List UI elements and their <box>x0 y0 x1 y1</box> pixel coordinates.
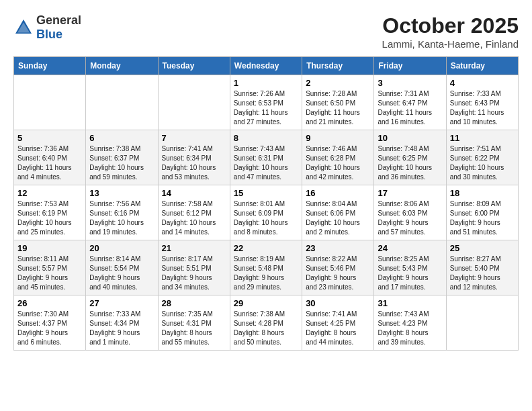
day-number: 13 <box>89 188 154 198</box>
day-info: Sunrise: 7:51 AM Sunset: 6:22 PM Dayligh… <box>450 144 515 182</box>
day-number: 15 <box>234 188 298 198</box>
day-info: Sunrise: 8:17 AM Sunset: 5:51 PM Dayligh… <box>162 255 226 292</box>
day-number: 12 <box>17 188 82 198</box>
day-info: Sunrise: 7:38 AM Sunset: 4:28 PM Dayligh… <box>234 310 298 347</box>
weekday-header-monday: Monday <box>86 57 158 75</box>
logo: General Blue <box>13 13 81 42</box>
day-number: 18 <box>450 188 515 198</box>
day-info: Sunrise: 7:53 AM Sunset: 6:19 PM Dayligh… <box>17 199 82 237</box>
calendar-cell: 12Sunrise: 7:53 AM Sunset: 6:19 PM Dayli… <box>14 185 86 240</box>
week-row-1: 1Sunrise: 7:26 AM Sunset: 6:53 PM Daylig… <box>14 75 519 130</box>
weekday-header-saturday: Saturday <box>446 57 518 75</box>
title-block: October 2025 Lammi, Kanta-Haeme, Finland <box>382 13 519 50</box>
calendar-cell: 16Sunrise: 8:04 AM Sunset: 6:06 PM Dayli… <box>302 185 374 240</box>
day-info: Sunrise: 8:04 AM Sunset: 6:06 PM Dayligh… <box>306 199 370 237</box>
day-info: Sunrise: 7:30 AM Sunset: 4:37 PM Dayligh… <box>17 310 82 347</box>
day-number: 27 <box>89 298 154 308</box>
calendar-cell: 9Sunrise: 7:46 AM Sunset: 6:28 PM Daylig… <box>302 130 374 185</box>
month-title: October 2025 <box>382 13 519 38</box>
week-row-4: 19Sunrise: 8:11 AM Sunset: 5:57 PM Dayli… <box>14 240 519 295</box>
day-number: 9 <box>306 133 370 143</box>
calendar-cell: 30Sunrise: 7:41 AM Sunset: 4:25 PM Dayli… <box>302 295 374 351</box>
day-number: 28 <box>162 298 226 308</box>
day-number: 20 <box>89 243 154 253</box>
day-number: 30 <box>306 298 370 308</box>
day-info: Sunrise: 8:22 AM Sunset: 5:46 PM Dayligh… <box>306 255 370 292</box>
day-info: Sunrise: 8:09 AM Sunset: 6:00 PM Dayligh… <box>450 199 515 237</box>
day-info: Sunrise: 7:28 AM Sunset: 6:50 PM Dayligh… <box>306 89 370 127</box>
weekday-header-friday: Friday <box>374 57 446 75</box>
page: General Blue October 2025 Lammi, Kanta-H… <box>0 0 532 364</box>
day-info: Sunrise: 7:46 AM Sunset: 6:28 PM Dayligh… <box>306 144 370 182</box>
day-info: Sunrise: 7:31 AM Sunset: 6:47 PM Dayligh… <box>378 89 442 127</box>
calendar-cell: 4Sunrise: 7:33 AM Sunset: 6:43 PM Daylig… <box>446 75 518 130</box>
calendar-cell: 6Sunrise: 7:38 AM Sunset: 6:37 PM Daylig… <box>86 130 158 185</box>
logo-icon <box>13 17 34 38</box>
header: General Blue October 2025 Lammi, Kanta-H… <box>13 13 519 50</box>
day-info: Sunrise: 8:19 AM Sunset: 5:48 PM Dayligh… <box>234 255 298 292</box>
calendar-cell: 17Sunrise: 8:06 AM Sunset: 6:03 PM Dayli… <box>374 185 446 240</box>
calendar-cell: 14Sunrise: 7:58 AM Sunset: 6:12 PM Dayli… <box>158 185 230 240</box>
calendar-cell: 25Sunrise: 8:27 AM Sunset: 5:40 PM Dayli… <box>446 240 518 295</box>
calendar-cell: 10Sunrise: 7:48 AM Sunset: 6:25 PM Dayli… <box>374 130 446 185</box>
calendar-cell: 26Sunrise: 7:30 AM Sunset: 4:37 PM Dayli… <box>14 295 86 351</box>
week-row-2: 5Sunrise: 7:36 AM Sunset: 6:40 PM Daylig… <box>14 130 519 185</box>
weekday-header-row: SundayMondayTuesdayWednesdayThursdayFrid… <box>14 57 519 75</box>
weekday-header-tuesday: Tuesday <box>158 57 230 75</box>
calendar-cell: 21Sunrise: 8:17 AM Sunset: 5:51 PM Dayli… <box>158 240 230 295</box>
day-number: 4 <box>450 78 515 88</box>
calendar-cell <box>158 75 230 130</box>
weekday-header-wednesday: Wednesday <box>230 57 302 75</box>
calendar-table: SundayMondayTuesdayWednesdayThursdayFrid… <box>13 56 519 351</box>
calendar-cell: 7Sunrise: 7:41 AM Sunset: 6:34 PM Daylig… <box>158 130 230 185</box>
day-number: 17 <box>378 188 442 198</box>
day-info: Sunrise: 8:27 AM Sunset: 5:40 PM Dayligh… <box>450 255 515 292</box>
calendar-cell: 24Sunrise: 8:25 AM Sunset: 5:43 PM Dayli… <box>374 240 446 295</box>
calendar-cell <box>446 295 518 351</box>
day-info: Sunrise: 7:26 AM Sunset: 6:53 PM Dayligh… <box>234 89 298 127</box>
day-number: 1 <box>234 78 298 88</box>
day-info: Sunrise: 7:43 AM Sunset: 4:23 PM Dayligh… <box>378 310 442 347</box>
calendar-cell: 8Sunrise: 7:43 AM Sunset: 6:31 PM Daylig… <box>230 130 302 185</box>
day-number: 7 <box>162 133 226 143</box>
weekday-header-thursday: Thursday <box>302 57 374 75</box>
day-info: Sunrise: 7:35 AM Sunset: 4:31 PM Dayligh… <box>162 310 226 347</box>
day-number: 29 <box>234 298 298 308</box>
calendar-cell <box>86 75 158 130</box>
day-number: 26 <box>17 298 82 308</box>
calendar-cell: 13Sunrise: 7:56 AM Sunset: 6:16 PM Dayli… <box>86 185 158 240</box>
calendar-cell: 19Sunrise: 8:11 AM Sunset: 5:57 PM Dayli… <box>14 240 86 295</box>
day-info: Sunrise: 7:36 AM Sunset: 6:40 PM Dayligh… <box>17 144 82 182</box>
calendar-cell: 22Sunrise: 8:19 AM Sunset: 5:48 PM Dayli… <box>230 240 302 295</box>
day-number: 5 <box>17 133 82 143</box>
day-info: Sunrise: 7:43 AM Sunset: 6:31 PM Dayligh… <box>234 144 298 182</box>
day-number: 21 <box>162 243 226 253</box>
day-info: Sunrise: 7:38 AM Sunset: 6:37 PM Dayligh… <box>89 144 154 182</box>
calendar-cell: 18Sunrise: 8:09 AM Sunset: 6:00 PM Dayli… <box>446 185 518 240</box>
day-number: 11 <box>450 133 515 143</box>
calendar-cell: 27Sunrise: 7:33 AM Sunset: 4:34 PM Dayli… <box>86 295 158 351</box>
day-info: Sunrise: 7:33 AM Sunset: 6:43 PM Dayligh… <box>450 89 515 127</box>
day-number: 16 <box>306 188 370 198</box>
day-info: Sunrise: 7:58 AM Sunset: 6:12 PM Dayligh… <box>162 199 226 237</box>
day-info: Sunrise: 7:48 AM Sunset: 6:25 PM Dayligh… <box>378 144 442 182</box>
week-row-5: 26Sunrise: 7:30 AM Sunset: 4:37 PM Dayli… <box>14 295 519 351</box>
day-number: 6 <box>89 133 154 143</box>
calendar-cell: 11Sunrise: 7:51 AM Sunset: 6:22 PM Dayli… <box>446 130 518 185</box>
day-info: Sunrise: 8:25 AM Sunset: 5:43 PM Dayligh… <box>378 255 442 292</box>
day-number: 19 <box>17 243 82 253</box>
calendar-cell: 31Sunrise: 7:43 AM Sunset: 4:23 PM Dayli… <box>374 295 446 351</box>
day-number: 24 <box>378 243 442 253</box>
calendar-cell: 28Sunrise: 7:35 AM Sunset: 4:31 PM Dayli… <box>158 295 230 351</box>
day-number: 14 <box>162 188 226 198</box>
logo-general-text: General <box>36 13 81 27</box>
day-info: Sunrise: 7:56 AM Sunset: 6:16 PM Dayligh… <box>89 199 154 237</box>
calendar-cell: 29Sunrise: 7:38 AM Sunset: 4:28 PM Dayli… <box>230 295 302 351</box>
day-info: Sunrise: 7:33 AM Sunset: 4:34 PM Dayligh… <box>89 310 154 347</box>
day-number: 8 <box>234 133 298 143</box>
day-info: Sunrise: 8:11 AM Sunset: 5:57 PM Dayligh… <box>17 255 82 292</box>
logo-blue-text: Blue <box>36 28 62 41</box>
calendar-cell: 5Sunrise: 7:36 AM Sunset: 6:40 PM Daylig… <box>14 130 86 185</box>
calendar-cell <box>14 75 86 130</box>
calendar-cell: 15Sunrise: 8:01 AM Sunset: 6:09 PM Dayli… <box>230 185 302 240</box>
